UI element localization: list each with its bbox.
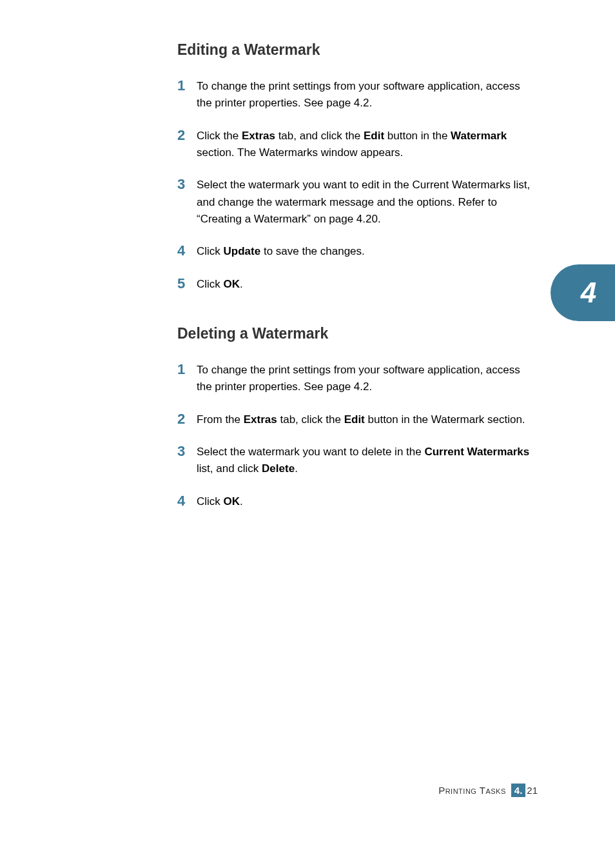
step-number: 3 xyxy=(177,177,197,192)
section-heading-editing: Editing a Watermark xyxy=(177,41,538,59)
footer-title: Printing Tasks xyxy=(438,785,506,796)
step-item: 5 Click OK. xyxy=(177,276,538,293)
chapter-number: 4 xyxy=(581,277,596,309)
step-item: 3 Select the watermark you want to delet… xyxy=(177,444,538,478)
step-number: 5 xyxy=(177,276,197,291)
step-text: To change the print settings from your s… xyxy=(197,362,538,396)
footer-page-number: 21 xyxy=(527,785,538,796)
step-text: From the Extras tab, click the Edit butt… xyxy=(197,411,525,428)
step-item: 2 Click the Extras tab, and click the Ed… xyxy=(177,128,538,162)
page-footer: Printing Tasks 4. 21 xyxy=(438,784,538,797)
step-number: 1 xyxy=(177,78,197,94)
step-item: 3 Select the watermark you want to edit … xyxy=(177,177,538,228)
step-number: 4 xyxy=(177,493,197,509)
step-number: 2 xyxy=(177,128,197,143)
step-text: Click OK. xyxy=(197,493,243,510)
step-number: 3 xyxy=(177,444,197,459)
step-text: Click OK. xyxy=(197,276,243,293)
step-item: 4 Click Update to save the changes. xyxy=(177,243,538,260)
step-text: Select the watermark you want to edit in… xyxy=(197,177,538,228)
step-text: Select the watermark you want to delete … xyxy=(197,444,538,478)
step-item: 4 Click OK. xyxy=(177,493,538,510)
chapter-tab: 4 xyxy=(551,264,615,321)
step-text: Click Update to save the changes. xyxy=(197,243,365,260)
step-item: 1 To change the print settings from your… xyxy=(177,362,538,396)
page-content: Editing a Watermark 1 To change the prin… xyxy=(0,0,615,510)
step-text: To change the print settings from your s… xyxy=(197,78,538,112)
section-heading-deleting: Deleting a Watermark xyxy=(177,325,538,342)
step-item: 1 To change the print settings from your… xyxy=(177,78,538,112)
step-number: 4 xyxy=(177,243,197,259)
step-item: 2 From the Extras tab, click the Edit bu… xyxy=(177,411,538,428)
step-number: 2 xyxy=(177,411,197,427)
step-text: Click the Extras tab, and click the Edit… xyxy=(197,128,538,162)
step-number: 1 xyxy=(177,362,197,377)
footer-chapter-box: 4. xyxy=(511,784,526,797)
